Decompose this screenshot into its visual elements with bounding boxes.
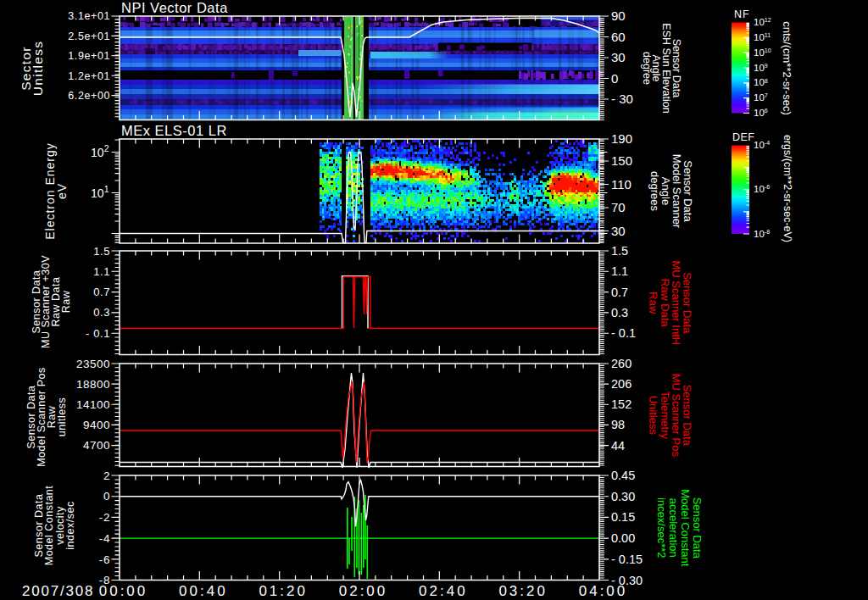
svg-text:02:40: 02:40 (419, 583, 468, 599)
svg-text:00:40: 00:40 (179, 583, 228, 599)
svg-text:index/sec: index/sec (64, 501, 76, 549)
svg-text:Unitless: Unitless (647, 396, 659, 436)
svg-text:23500: 23500 (76, 358, 110, 370)
svg-text:DEF: DEF (732, 131, 755, 143)
svg-text:0.3: 0.3 (611, 306, 628, 319)
svg-text:1.5: 1.5 (93, 245, 110, 258)
svg-text:4700: 4700 (83, 439, 110, 452)
svg-text:2007/308: 2007/308 (22, 583, 94, 599)
svg-text:0: 0 (611, 71, 618, 86)
svg-text:152: 152 (611, 397, 632, 411)
svg-text:-8: -8 (99, 574, 110, 586)
svg-text:0.00: 0.00 (611, 531, 635, 545)
svg-text:1.2e+01: 1.2e+01 (68, 70, 110, 82)
svg-text:110: 110 (611, 177, 632, 192)
svg-text:- 30: - 30 (611, 92, 633, 106)
svg-text:- 0.30: - 0.30 (611, 574, 643, 587)
svg-text:degree: degree (641, 52, 653, 85)
svg-text:90: 90 (611, 8, 626, 23)
svg-text:18800: 18800 (76, 378, 110, 391)
svg-text:-6: -6 (99, 553, 110, 566)
svg-text:9400: 9400 (83, 419, 110, 431)
svg-text:incex/sec**2: incex/sec**2 (655, 497, 668, 558)
svg-text:- 0.1: - 0.1 (611, 326, 636, 340)
svg-text:206: 206 (611, 377, 632, 391)
svg-text:cnts/(cm**2-sr-sec): cnts/(cm**2-sr-sec) (781, 21, 793, 115)
svg-text:260: 260 (611, 357, 632, 370)
svg-text:3.1e+01: 3.1e+01 (68, 10, 110, 22)
svg-text:- 0.15: - 0.15 (611, 553, 643, 566)
svg-text:0.7: 0.7 (93, 286, 110, 298)
svg-text:Raw: Raw (647, 292, 659, 314)
svg-text:Unitless: Unitless (31, 41, 45, 97)
svg-text:01:20: 01:20 (259, 583, 308, 599)
svg-text:- 0.1: - 0.1 (86, 327, 110, 340)
svg-text:2: 2 (103, 469, 110, 482)
svg-text:1.1: 1.1 (93, 265, 110, 278)
svg-text:Raw: Raw (60, 290, 72, 313)
svg-text:0.30: 0.30 (611, 490, 635, 503)
svg-text:MEx ELS-01 LR: MEx ELS-01 LR (121, 123, 227, 138)
svg-text:60: 60 (611, 30, 626, 44)
svg-text:30: 30 (611, 50, 626, 64)
svg-text:14100: 14100 (76, 398, 110, 411)
svg-text:unitless: unitless (56, 397, 68, 436)
svg-text:190: 190 (611, 131, 632, 146)
svg-text:0: 0 (103, 490, 110, 503)
svg-text:6.2e+00: 6.2e+00 (68, 90, 110, 102)
svg-text:30: 30 (611, 224, 626, 238)
svg-text:1.1: 1.1 (611, 264, 628, 278)
svg-text:150: 150 (611, 153, 632, 168)
svg-text:-4: -4 (99, 532, 110, 545)
svg-text:degrees: degrees (648, 171, 661, 211)
svg-text:0.15: 0.15 (611, 510, 635, 524)
svg-text:NPI Vector Data: NPI Vector Data (121, 0, 228, 15)
svg-text:1.9e+01: 1.9e+01 (68, 50, 110, 62)
svg-text:0.45: 0.45 (611, 469, 635, 482)
svg-text:0.3: 0.3 (93, 306, 110, 319)
svg-text:NF: NF (734, 8, 750, 20)
svg-text:-2: -2 (99, 511, 110, 524)
svg-text:2.5e+01: 2.5e+01 (68, 31, 110, 42)
svg-text:ergs/(cm**2-sr-sec-eV): ergs/(cm**2-sr-sec-eV) (782, 135, 793, 242)
svg-text:02:00: 02:00 (339, 583, 388, 599)
svg-text:98: 98 (611, 418, 625, 431)
svg-text:44: 44 (611, 439, 625, 453)
svg-text:03:20: 03:20 (498, 583, 548, 599)
svg-text:1.5: 1.5 (611, 244, 628, 258)
svg-text:70: 70 (611, 200, 626, 214)
svg-text:0.7: 0.7 (611, 286, 628, 299)
svg-text:eV: eV (55, 183, 69, 199)
